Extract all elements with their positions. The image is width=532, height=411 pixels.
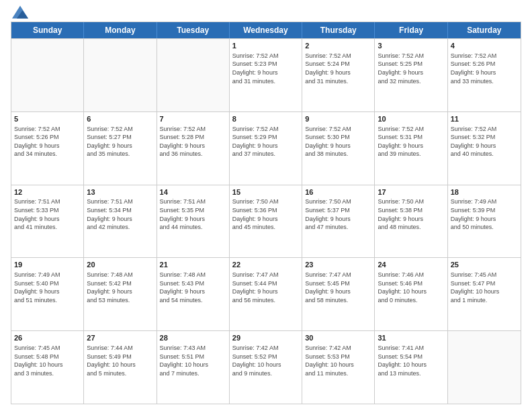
day-number: 30 (305, 333, 371, 343)
calendar-day-26: 26Sunrise: 7:45 AM Sunset: 5:48 PM Dayli… (11, 331, 84, 404)
calendar-day-19: 19Sunrise: 7:49 AM Sunset: 5:40 PM Dayli… (11, 258, 84, 330)
calendar-body: 1Sunrise: 7:52 AM Sunset: 5:23 PM Daylig… (11, 38, 521, 404)
day-number: 14 (160, 187, 226, 197)
day-info: Sunrise: 7:42 AM Sunset: 5:52 PM Dayligh… (232, 344, 299, 377)
calendar-day-13: 13Sunrise: 7:51 AM Sunset: 5:34 PM Dayli… (84, 185, 157, 258)
day-info: Sunrise: 7:51 AM Sunset: 5:35 PM Dayligh… (160, 197, 226, 231)
day-number: 11 (451, 114, 518, 124)
calendar-day-22: 22Sunrise: 7:47 AM Sunset: 5:44 PM Dayli… (230, 258, 302, 330)
day-info: Sunrise: 7:48 AM Sunset: 5:42 PM Dayligh… (87, 271, 153, 304)
day-number: 1 (232, 41, 299, 51)
day-info: Sunrise: 7:51 AM Sunset: 5:33 PM Dayligh… (14, 197, 81, 231)
day-number: 6 (87, 114, 153, 124)
calendar-day-2: 2Sunrise: 7:52 AM Sunset: 5:24 PM Daylig… (302, 39, 375, 111)
weekday-header-thursday: Thursday (302, 22, 375, 38)
day-info: Sunrise: 7:45 AM Sunset: 5:47 PM Dayligh… (451, 271, 518, 304)
day-info: Sunrise: 7:42 AM Sunset: 5:53 PM Dayligh… (305, 344, 371, 377)
calendar-day-1: 1Sunrise: 7:52 AM Sunset: 5:23 PM Daylig… (230, 39, 302, 111)
day-info: Sunrise: 7:43 AM Sunset: 5:51 PM Dayligh… (160, 344, 226, 377)
day-info: Sunrise: 7:46 AM Sunset: 5:46 PM Dayligh… (378, 271, 444, 304)
calendar-day-9: 9Sunrise: 7:52 AM Sunset: 5:30 PM Daylig… (302, 112, 375, 185)
calendar-week-2: 5Sunrise: 7:52 AM Sunset: 5:26 PM Daylig… (11, 111, 521, 185)
day-info: Sunrise: 7:45 AM Sunset: 5:48 PM Dayligh… (14, 344, 81, 377)
calendar-day-15: 15Sunrise: 7:50 AM Sunset: 5:36 PM Dayli… (230, 185, 302, 258)
day-number: 8 (232, 114, 299, 124)
calendar-day-16: 16Sunrise: 7:50 AM Sunset: 5:37 PM Dayli… (302, 185, 375, 258)
calendar-day-25: 25Sunrise: 7:45 AM Sunset: 5:47 PM Dayli… (448, 258, 521, 330)
logo-icon (12, 5, 28, 19)
day-number: 17 (378, 187, 444, 197)
calendar-day-18: 18Sunrise: 7:49 AM Sunset: 5:39 PM Dayli… (448, 185, 521, 258)
day-info: Sunrise: 7:52 AM Sunset: 5:27 PM Dayligh… (87, 125, 153, 158)
calendar-day-6: 6Sunrise: 7:52 AM Sunset: 5:27 PM Daylig… (84, 112, 157, 185)
day-number: 2 (305, 41, 371, 51)
calendar-day-27: 27Sunrise: 7:44 AM Sunset: 5:49 PM Dayli… (84, 331, 157, 404)
calendar-day-7: 7Sunrise: 7:52 AM Sunset: 5:28 PM Daylig… (157, 112, 230, 185)
day-number: 20 (87, 260, 153, 270)
calendar-empty-cell (157, 39, 230, 111)
calendar-day-8: 8Sunrise: 7:52 AM Sunset: 5:29 PM Daylig… (230, 112, 302, 185)
day-number: 29 (232, 333, 299, 343)
day-info: Sunrise: 7:50 AM Sunset: 5:36 PM Dayligh… (232, 197, 299, 231)
day-number: 19 (14, 260, 81, 270)
day-number: 4 (451, 41, 518, 51)
day-info: Sunrise: 7:52 AM Sunset: 5:29 PM Dayligh… (232, 125, 299, 158)
day-number: 28 (160, 333, 226, 343)
weekday-header-friday: Friday (375, 22, 447, 38)
calendar-day-5: 5Sunrise: 7:52 AM Sunset: 5:26 PM Daylig… (11, 112, 84, 185)
calendar-header: SundayMondayTuesdayWednesdayThursdayFrid… (11, 22, 521, 38)
calendar-day-23: 23Sunrise: 7:47 AM Sunset: 5:45 PM Dayli… (302, 258, 375, 330)
day-number: 16 (305, 187, 371, 197)
calendar-day-20: 20Sunrise: 7:48 AM Sunset: 5:42 PM Dayli… (84, 258, 157, 330)
day-number: 21 (160, 260, 226, 270)
day-number: 23 (305, 260, 371, 270)
calendar-week-3: 12Sunrise: 7:51 AM Sunset: 5:33 PM Dayli… (11, 185, 521, 258)
day-number: 27 (87, 333, 153, 343)
header (11, 8, 521, 16)
day-info: Sunrise: 7:52 AM Sunset: 5:30 PM Dayligh… (305, 125, 371, 158)
calendar-day-30: 30Sunrise: 7:42 AM Sunset: 5:53 PM Dayli… (302, 331, 375, 404)
day-info: Sunrise: 7:52 AM Sunset: 5:28 PM Dayligh… (160, 125, 226, 158)
calendar-day-17: 17Sunrise: 7:50 AM Sunset: 5:38 PM Dayli… (375, 185, 447, 258)
calendar-day-24: 24Sunrise: 7:46 AM Sunset: 5:46 PM Dayli… (375, 258, 447, 330)
weekday-header-sunday: Sunday (11, 22, 84, 38)
day-info: Sunrise: 7:52 AM Sunset: 5:31 PM Dayligh… (378, 125, 444, 158)
logo (11, 8, 28, 16)
day-info: Sunrise: 7:52 AM Sunset: 5:23 PM Dayligh… (232, 52, 299, 85)
day-number: 7 (160, 114, 226, 124)
day-number: 26 (14, 333, 81, 343)
weekday-header-saturday: Saturday (448, 22, 521, 38)
calendar-day-12: 12Sunrise: 7:51 AM Sunset: 5:33 PM Dayli… (11, 185, 84, 258)
day-info: Sunrise: 7:50 AM Sunset: 5:37 PM Dayligh… (305, 197, 371, 231)
calendar-day-28: 28Sunrise: 7:43 AM Sunset: 5:51 PM Dayli… (157, 331, 230, 404)
calendar-day-31: 31Sunrise: 7:41 AM Sunset: 5:54 PM Dayli… (375, 331, 447, 404)
calendar-day-29: 29Sunrise: 7:42 AM Sunset: 5:52 PM Dayli… (230, 331, 302, 404)
calendar-day-11: 11Sunrise: 7:52 AM Sunset: 5:32 PM Dayli… (448, 112, 521, 185)
day-info: Sunrise: 7:48 AM Sunset: 5:43 PM Dayligh… (160, 271, 226, 304)
day-info: Sunrise: 7:44 AM Sunset: 5:49 PM Dayligh… (87, 344, 153, 377)
day-info: Sunrise: 7:52 AM Sunset: 5:26 PM Dayligh… (451, 52, 518, 85)
day-number: 15 (232, 187, 299, 197)
day-number: 12 (14, 187, 81, 197)
day-info: Sunrise: 7:41 AM Sunset: 5:54 PM Dayligh… (378, 344, 444, 377)
calendar-day-10: 10Sunrise: 7:52 AM Sunset: 5:31 PM Dayli… (375, 112, 447, 185)
calendar-empty-cell (84, 39, 157, 111)
weekday-header-monday: Monday (84, 22, 157, 38)
day-number: 22 (232, 260, 299, 270)
calendar-empty-cell (11, 39, 84, 111)
weekday-header-tuesday: Tuesday (157, 22, 230, 38)
day-number: 5 (14, 114, 81, 124)
weekday-header-wednesday: Wednesday (230, 22, 302, 38)
calendar-week-4: 19Sunrise: 7:49 AM Sunset: 5:40 PM Dayli… (11, 257, 521, 330)
calendar-week-5: 26Sunrise: 7:45 AM Sunset: 5:48 PM Dayli… (11, 330, 521, 404)
day-info: Sunrise: 7:52 AM Sunset: 5:26 PM Dayligh… (14, 125, 81, 158)
calendar-week-1: 1Sunrise: 7:52 AM Sunset: 5:23 PM Daylig… (11, 38, 521, 111)
day-info: Sunrise: 7:49 AM Sunset: 5:40 PM Dayligh… (14, 271, 81, 304)
day-number: 10 (378, 114, 444, 124)
day-info: Sunrise: 7:52 AM Sunset: 5:25 PM Dayligh… (378, 52, 444, 85)
day-info: Sunrise: 7:47 AM Sunset: 5:45 PM Dayligh… (305, 271, 371, 304)
day-number: 25 (451, 260, 518, 270)
day-number: 13 (87, 187, 153, 197)
calendar-empty-cell (448, 331, 521, 404)
calendar: SundayMondayTuesdayWednesdayThursdayFrid… (11, 21, 521, 404)
